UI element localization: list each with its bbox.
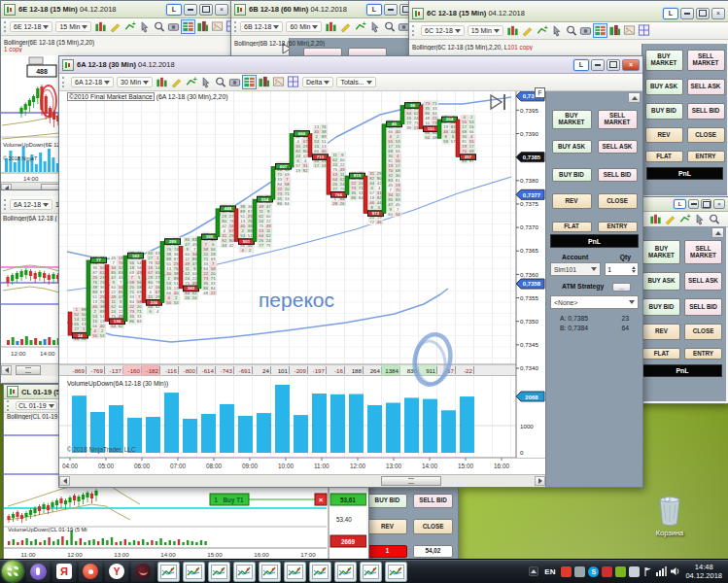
image-icon[interactable] [211, 20, 224, 33]
indicator-add-icon[interactable]: + [678, 213, 691, 225]
chart-window-task-icon[interactable] [360, 562, 382, 582]
link-button[interactable]: L [674, 199, 686, 209]
pnl-display[interactable]: PnL [642, 364, 722, 377]
link-button[interactable]: L [573, 59, 589, 71]
close-button[interactable]: × [215, 4, 228, 16]
sell-ask-button[interactable]: SELL ASK [687, 79, 725, 95]
start-button[interactable] [2, 561, 23, 582]
close-button[interactable]: × [622, 59, 640, 71]
titlebar-6b[interactable]: 6B 12-18 (60 Min) 04.12.2018 L × [231, 1, 432, 18]
close-button[interactable]: CLOSE [413, 519, 453, 534]
cursor-icon[interactable] [693, 213, 706, 225]
cursor-icon[interactable] [138, 20, 151, 33]
indicator-add-icon[interactable]: + [536, 24, 548, 37]
indicator-add-icon[interactable]: + [354, 20, 366, 33]
scroll-left-icon[interactable] [59, 476, 70, 486]
zoom-icon[interactable] [565, 24, 577, 37]
minimize-button[interactable] [680, 8, 694, 19]
main-h-scrollbar[interactable] [59, 474, 545, 487]
delta-menu[interactable]: Delta [302, 77, 333, 87]
scroll-right-icon[interactable] [535, 476, 545, 486]
h-scrollbar-6a15[interactable] [1, 363, 59, 376]
interval-select[interactable]: 15 Min [468, 25, 503, 36]
clock[interactable]: 14:4804.12.2018 [683, 563, 726, 581]
buy-market-button[interactable]: BUY MARKET [645, 50, 683, 71]
buy-ask-button[interactable]: BUY ASK [645, 79, 683, 95]
microphone-app-icon[interactable] [26, 562, 50, 582]
rev-button[interactable]: REV [552, 193, 592, 209]
instrument-select[interactable]: 6A 12-18 [71, 77, 114, 87]
indicator-label[interactable]: Bollinger(6A 12-18 ( [3, 215, 57, 222]
yandex-search-icon[interactable]: Y [105, 562, 128, 582]
zoom-icon[interactable] [214, 76, 226, 88]
sell-bid-button[interactable]: SELL BID [687, 103, 725, 120]
instrument-select[interactable]: 6B 12-18 [240, 21, 283, 32]
close-button[interactable]: CLOSE [684, 324, 722, 340]
tray-red2-app-icon[interactable] [602, 566, 612, 577]
entry-button[interactable]: ENTRY [684, 348, 722, 360]
image-icon[interactable] [623, 24, 636, 37]
cursor-icon[interactable] [368, 20, 381, 33]
cursor-icon[interactable] [550, 24, 563, 37]
buy-bid-button[interactable]: BUY BID [552, 168, 592, 182]
snapshot-icon[interactable] [228, 76, 241, 88]
interval-select[interactable]: 15 Min [55, 21, 91, 32]
buy-bid-button[interactable]: BUY BID [642, 298, 680, 316]
toolbar-grip[interactable] [234, 21, 236, 32]
titlebar-main[interactable]: 6A 12-18 (30 Min) 04.12.2018 L × [59, 56, 642, 74]
maximize-button[interactable] [199, 4, 213, 16]
image-icon[interactable] [272, 76, 285, 88]
red-app-icon[interactable] [79, 562, 102, 582]
interval-select[interactable]: 30 Min [117, 77, 153, 87]
atm-strategy-select[interactable]: <None> [550, 295, 639, 309]
chart-style-icon[interactable] [94, 20, 107, 33]
chart-window-task-icon[interactable] [334, 562, 357, 582]
atm-more-button[interactable]: ... [612, 283, 631, 292]
buy-ask-button[interactable]: BUY ASK [552, 140, 592, 154]
main-chart[interactable]: 1885250141265632717852161424232174723610… [59, 91, 545, 487]
indicator-label[interactable]: Bollinger(6E 12-18 (15 Min),2,20)1 copy [4, 39, 94, 52]
scroll-up-icon[interactable] [628, 92, 641, 103]
sell-ask-button[interactable]: SELL ASK [598, 140, 638, 154]
indicator-add-icon[interactable]: + [123, 20, 136, 33]
grid-icon[interactable] [638, 24, 650, 37]
sell-bid-button[interactable]: SELL BID [684, 298, 722, 316]
titlebar-float[interactable]: L × [638, 197, 728, 212]
buy-bid-button[interactable]: BUY BID [367, 494, 407, 508]
zoom-icon[interactable] [153, 20, 165, 33]
footprint-style-icon[interactable] [243, 76, 256, 88]
chart-window-task-icon[interactable] [208, 562, 230, 582]
rev-button[interactable]: REV [642, 324, 680, 340]
snapshot-icon[interactable] [579, 24, 592, 37]
indicator-add-icon[interactable]: + [185, 76, 197, 88]
grid-icon[interactable] [287, 76, 299, 88]
chart-style-icon[interactable] [325, 20, 337, 33]
toolbar-grip[interactable] [7, 400, 12, 411]
flat-button[interactable]: FLAT [642, 348, 680, 360]
sell-bid-button[interactable]: SELL BID [598, 168, 638, 182]
drawing-tools-icon[interactable] [109, 20, 121, 33]
instrument-select[interactable]: 6A 12-18 [10, 199, 52, 210]
network-signal-icon[interactable] [656, 566, 667, 577]
qty-input[interactable]: 1 [605, 262, 639, 276]
drawing-tools-icon[interactable] [170, 76, 183, 88]
indicator-label[interactable]: ©2010 Final Market Balance (6A 12-18 (30… [67, 93, 227, 100]
buy-bid-button[interactable]: BUY BID [645, 103, 683, 120]
chart-window-task-icon[interactable] [309, 562, 331, 582]
flat-button[interactable]: FLAT [645, 151, 683, 162]
chart-window-task-icon[interactable] [183, 562, 205, 582]
close-button[interactable]: CLOSE [598, 193, 638, 209]
minimize-button[interactable] [184, 4, 197, 16]
maximize-button[interactable] [696, 8, 710, 19]
chart-style-icon[interactable] [506, 24, 519, 37]
sell-market-button[interactable]: SELL MARKET [687, 50, 725, 71]
maximize-button[interactable] [701, 199, 711, 209]
toolbar-grip[interactable] [4, 21, 6, 32]
buy-market-button[interactable]: BUY MARKET [552, 110, 592, 129]
gauge-app-icon[interactable] [131, 562, 155, 582]
focus-button[interactable]: F [535, 87, 545, 98]
zoom-icon[interactable] [383, 20, 396, 33]
minimize-button[interactable] [384, 4, 398, 16]
action-center-flag-icon[interactable] [642, 566, 653, 577]
footprint-alt-icon[interactable] [258, 76, 270, 88]
